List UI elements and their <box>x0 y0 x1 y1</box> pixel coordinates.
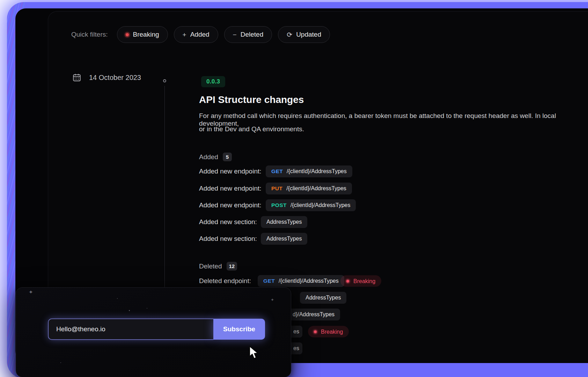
filter-breaking-label: Breaking <box>133 31 159 38</box>
breaking-badge: Breaking <box>340 275 381 287</box>
method-get-label: GET <box>271 168 283 175</box>
breaking-label: Breaking <box>353 278 375 284</box>
endpoint-path: /{clientId}/AddressTypes <box>287 168 347 175</box>
mouse-cursor-icon <box>249 346 260 360</box>
changelog-page: Quick filters: Breaking + Added − Delete… <box>0 0 588 377</box>
endpoint-pill: POST /{clientId}/AddressTypes <box>266 199 356 211</box>
filter-added[interactable]: + Added <box>174 26 218 43</box>
subscribe-form: Subscribe <box>48 319 265 340</box>
change-row-label: Added new endpoint: <box>199 201 262 209</box>
endpoint-pill: PUT /{clientId}/AddressTypes <box>266 183 352 194</box>
section-tag: AddressTypes <box>306 295 341 301</box>
method-post-label: POST <box>271 202 287 208</box>
section-tag: AddressTypes <box>266 219 302 225</box>
section-tag-pill: AddressTypes <box>261 233 307 245</box>
sparkle-icon: ✦ <box>271 297 274 302</box>
added-section-header: Added 5 <box>199 153 232 161</box>
section-tag: AddressTypes <box>266 236 302 242</box>
endpoint-path-fragment: d}/AddressTypes <box>293 311 335 318</box>
filter-breaking[interactable]: Breaking <box>117 26 168 43</box>
filter-deleted[interactable]: − Deleted <box>224 26 272 43</box>
quick-filters-bar: Quick filters: Breaking + Added − Delete… <box>71 26 336 43</box>
entry-description-line2: or in the Dev and QA environments. <box>199 125 588 133</box>
added-section-label: Added <box>199 153 218 161</box>
breaking-dot-icon <box>346 280 349 282</box>
entry-title: API Structure changes <box>199 94 304 105</box>
method-get-label: GET <box>263 278 275 284</box>
change-row-label: Deleted endpoint: <box>199 277 251 285</box>
subscribe-card: ✦ ✦ Subscribe <box>16 287 291 377</box>
endpoint-path: /{clientId}/AddressTypes <box>286 185 346 192</box>
endpoint-path: /{clientId}/AddressTypes <box>291 202 351 208</box>
section-tag-fragment: es <box>293 345 299 352</box>
sparkle-icon: ✦ <box>29 289 33 295</box>
breaking-badge: Breaking <box>308 326 349 338</box>
filter-deleted-label: Deleted <box>241 31 264 38</box>
section-tag-pill: AddressTypes <box>261 216 307 228</box>
change-row-label: Added new endpoint: <box>199 168 262 175</box>
section-tag-pill: AddressTypes <box>300 292 346 304</box>
star-dot <box>117 298 118 299</box>
filter-added-label: Added <box>190 31 210 38</box>
calendar-icon <box>72 73 81 82</box>
version-badge: 0.0.3 <box>201 76 225 87</box>
added-count-badge: 5 <box>223 153 232 161</box>
endpoint-path: /{clientId}/AddressTypes <box>279 278 339 284</box>
release-date: 14 October 2023 <box>72 73 141 82</box>
timeline-marker <box>163 79 166 82</box>
quick-filters-label: Quick filters: <box>71 31 108 38</box>
minus-icon: − <box>233 31 237 38</box>
deleted-section-label: Deleted <box>199 263 222 270</box>
subscribe-button[interactable]: Subscribe <box>213 319 265 340</box>
star-dot <box>60 362 61 363</box>
breaking-dot-icon <box>314 330 317 333</box>
endpoint-pill: GET /{clientId}/AddressTypes <box>266 165 352 177</box>
plus-icon: + <box>183 31 186 38</box>
endpoint-pill: GET /{clientId}/AddressTypes <box>258 275 344 287</box>
change-row-label: Added new endpoint: <box>199 185 262 192</box>
filter-updated[interactable]: ⟳ Updated <box>278 26 330 43</box>
star-dot <box>129 310 130 311</box>
release-date-label: 14 October 2023 <box>89 74 141 82</box>
filter-updated-label: Updated <box>296 31 321 38</box>
change-row-label: Added new section: <box>199 235 257 243</box>
refresh-icon: ⟳ <box>287 31 292 38</box>
deleted-count-badge: 12 <box>227 262 237 271</box>
section-tag-fragment: es <box>293 328 299 335</box>
method-put-label: PUT <box>271 185 282 192</box>
change-row-label: Added new section: <box>199 218 257 226</box>
breaking-label: Breaking <box>321 328 343 335</box>
endpoint-pill-occluded: d}/AddressTypes <box>287 309 340 320</box>
star-dot <box>147 308 147 309</box>
breaking-dot-icon <box>126 33 129 36</box>
email-input[interactable] <box>48 319 213 340</box>
deleted-section-header: Deleted 12 <box>199 262 237 271</box>
timeline-line <box>164 86 165 287</box>
